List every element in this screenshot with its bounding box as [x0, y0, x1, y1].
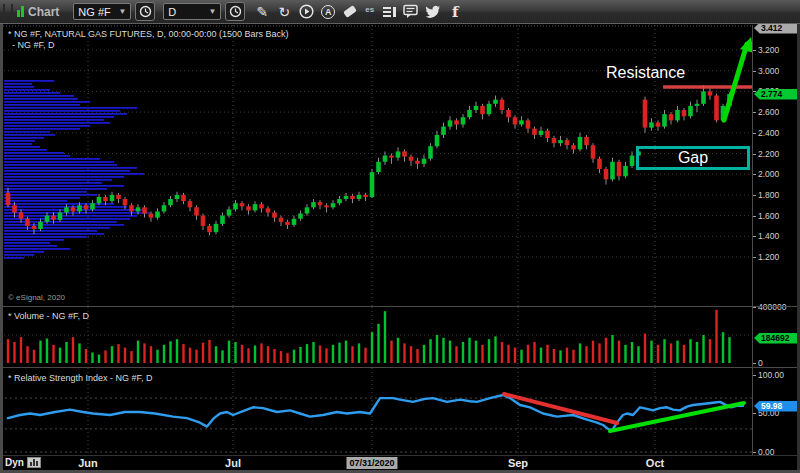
candle-body [578, 137, 583, 149]
volume-profile-bar [4, 215, 137, 217]
twitter-icon [425, 5, 441, 19]
volume-profile-bar [4, 140, 35, 142]
volume-profile-bar [4, 119, 104, 121]
volume-profile-bar [4, 236, 87, 238]
volume-bar [260, 343, 262, 363]
volume-bar [228, 341, 230, 363]
volume-profile-bar [4, 128, 80, 130]
price-axis-label: 2.000 [758, 169, 779, 179]
main-chart-header: * NG #F, NATURAL GAS FUTURES, D, 00:00-0… [8, 29, 289, 39]
volume-bar [702, 335, 704, 363]
candle-body [116, 195, 121, 199]
candle-body [500, 100, 505, 110]
volume-bar [397, 338, 399, 363]
volume-bar [130, 351, 132, 363]
volume-bar [267, 346, 269, 363]
volume-bar [533, 342, 535, 363]
eraser-button[interactable] [341, 2, 359, 22]
price-axis-label: 1.800 [758, 190, 779, 200]
time-axis[interactable]: Dyn JunJulSepOct07/31/2020 [0, 455, 800, 470]
volume-bar [247, 348, 249, 363]
candle-body [467, 110, 472, 117]
symbol-select[interactable]: NG #F▼ [73, 3, 131, 20]
candle-body [675, 110, 680, 120]
candle-body [350, 196, 355, 199]
dyn-scale-icon[interactable] [27, 457, 41, 468]
symbol-history-button[interactable] [135, 2, 155, 21]
volume-bar [676, 341, 678, 363]
layout-button[interactable] [380, 2, 398, 22]
candle-body [136, 207, 141, 211]
month-label: Sep [508, 457, 528, 469]
volume-profile-bar [4, 197, 80, 199]
candle-body [162, 205, 167, 211]
volume-profile-bar [4, 182, 102, 184]
panel-divider[interactable] [0, 306, 800, 307]
reload-button[interactable]: ↻ [275, 2, 293, 22]
volume-profile-bar [4, 167, 137, 169]
letter-a-icon: A [321, 5, 335, 19]
candle-body [324, 205, 329, 207]
volume-profile-bar [4, 155, 70, 157]
candle-body [201, 216, 206, 226]
candle-body [51, 216, 56, 220]
volume-bar [507, 345, 509, 363]
panel-divider[interactable] [0, 367, 800, 368]
volume-profile-bar [4, 254, 34, 256]
rsi-tag: 59.98 [754, 401, 798, 412]
chat-button[interactable] [402, 2, 420, 22]
volume-bar [410, 346, 412, 363]
volume-plot[interactable] [0, 307, 753, 367]
candle-body [363, 195, 368, 197]
volume-bar [696, 342, 698, 363]
volume-bar [585, 346, 587, 363]
rsi-uptrend-line [610, 403, 744, 431]
volume-bar [332, 345, 334, 363]
volume-bar [494, 336, 496, 363]
annotation-button[interactable]: A [319, 2, 337, 22]
volume-profile-bar [4, 170, 130, 172]
candle-body [155, 211, 160, 217]
candle-body [532, 129, 537, 135]
volume-profile-bar [4, 98, 78, 100]
volume-bar [403, 343, 405, 363]
interval-select[interactable]: D▼ [163, 3, 221, 20]
facebook-share-button[interactable]: f [446, 2, 464, 22]
volume-bar [104, 350, 106, 363]
window-grip[interactable] [3, 4, 13, 20]
volume-bar [182, 344, 184, 363]
candle-body [259, 204, 264, 208]
volume-profile-bar [4, 248, 70, 250]
candle-body [227, 209, 232, 215]
volume-bar [137, 341, 139, 363]
volume-bar [345, 341, 347, 363]
volume-bar [514, 348, 516, 363]
volume-profile-bar [4, 116, 114, 118]
candle-body [428, 146, 433, 158]
volume-profile-bar [4, 80, 54, 82]
twitter-share-button[interactable] [424, 2, 442, 22]
candle-body [623, 166, 628, 176]
volume-bar [124, 348, 126, 363]
candle-body [357, 195, 362, 199]
volume-bar [572, 350, 574, 363]
volume-bar [618, 341, 620, 363]
candle-body [714, 96, 719, 121]
candle-body [123, 199, 128, 205]
copyright-text: © eSignal, 2020 [8, 293, 65, 302]
gap-annotation-box[interactable]: Gap [636, 146, 750, 170]
volume-bar [241, 345, 243, 363]
price-axis[interactable]: 3.2003.0002.8002.6002.4002.2002.0001.800… [752, 25, 800, 455]
replay-button[interactable] [297, 2, 315, 22]
volume-bar [208, 340, 210, 363]
candle-body [454, 120, 459, 124]
candle-body [480, 106, 485, 114]
circular-arrow-icon: ↻ [278, 5, 290, 19]
candle-body [506, 110, 511, 117]
volume-bar [150, 346, 152, 363]
volume-bar [520, 350, 522, 363]
volume-profile-bar [4, 107, 137, 109]
interval-history-button[interactable] [225, 2, 245, 21]
resistance-annotation-text[interactable]: Resistance [606, 64, 685, 82]
draw-tool-button[interactable]: ✎ [253, 2, 271, 22]
